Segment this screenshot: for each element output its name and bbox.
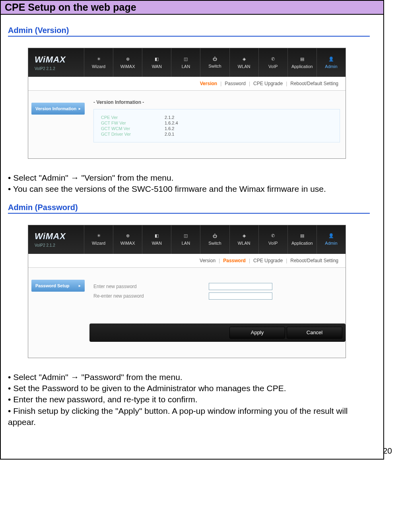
subnav-cpe-upgrade[interactable]: CPE Upgrade [252, 81, 284, 86]
group-title-version: Version Information [93, 99, 340, 105]
logo-subtext: VoIP2 2.1.2 [35, 243, 84, 247]
nav-tab-application[interactable]: ▤Application [287, 225, 317, 254]
user-icon: 👤 [328, 233, 334, 238]
page-banner: CPE Setup on the web page [0, 0, 384, 15]
subnav-cpe-upgrade[interactable]: CPE Upgrade [252, 258, 284, 263]
info-row-gct-fw: GCT FW Ver1.6.2.4 [101, 121, 332, 125]
subnav-password[interactable]: Password [223, 81, 247, 86]
phone-icon: ✆ [271, 233, 275, 238]
page-number: 20 [383, 446, 392, 456]
nav-tab-wimax[interactable]: ⊕WiMAX [113, 48, 142, 77]
nav-tab-wlan[interactable]: ◈WLAN [229, 48, 258, 77]
nav-tab-wan[interactable]: ◧WAN [142, 48, 171, 77]
chevron-right-icon: ▸ [79, 284, 81, 288]
nav-tab-wlan[interactable]: ◈WLAN [229, 225, 258, 254]
info-row-cpe-ver: CPE Ver2.1.2 [101, 115, 332, 120]
sidebar-password-setup[interactable]: Password Setup ▸ [31, 280, 85, 292]
nav-tab-wimax[interactable]: ⊕WiMAX [113, 225, 142, 254]
logo-text: WiMAX [35, 55, 84, 65]
nav-tab-wizard[interactable]: ✳Wizard [84, 48, 113, 77]
label-new-password: Enter new password [93, 284, 209, 289]
user-icon: 👤 [328, 57, 334, 62]
apply-button[interactable]: Apply [229, 327, 285, 339]
globe-icon: ⊕ [126, 233, 130, 238]
phone-icon: ✆ [271, 57, 275, 62]
app-icon: ▤ [300, 233, 304, 238]
info-row-gct-driver: GCT Driver Ver2.0.1 [101, 132, 332, 136]
nav-tab-application[interactable]: ▤Application [287, 48, 317, 77]
nav-tab-voip[interactable]: ✆VoIP [258, 225, 287, 254]
sidebar-version-info[interactable]: Version Information ▸ [31, 103, 85, 115]
version-bullets: • Select "Admin" → "Version" from the me… [8, 172, 376, 195]
info-row-gct-wcm: GCT WCM Ver1.6.2 [101, 126, 332, 131]
nav-tab-wan[interactable]: ◧WAN [142, 225, 171, 254]
wand-icon: ✳ [97, 233, 101, 238]
wan-icon: ◧ [155, 57, 159, 62]
nav-tab-wizard[interactable]: ✳Wizard [84, 225, 113, 254]
subnav-version[interactable]: Version [198, 258, 217, 263]
lan-icon: ◫ [184, 233, 188, 238]
chevron-right-icon: ▸ [79, 107, 81, 111]
wifi-icon: ◈ [243, 233, 246, 238]
logo-text: WiMAX [35, 231, 84, 242]
nav-tab-voip[interactable]: ✆VoIP [258, 48, 287, 77]
nav-tab-admin[interactable]: 👤Admin [317, 48, 346, 77]
wand-icon: ✳ [97, 57, 101, 62]
section-rule [8, 36, 370, 37]
label-reenter-password: Re-enter new password [93, 293, 209, 299]
password-bullets: • Select "Admin" → "Password" from the m… [8, 372, 376, 428]
nav-tab-switch[interactable]: ⏻Switch [200, 48, 229, 77]
section-heading-version: Admin (Version) [8, 26, 376, 35]
nav-tab-lan[interactable]: ◫LAN [171, 225, 200, 254]
reenter-password-input[interactable] [209, 292, 272, 300]
screenshot-version: WiMAX VoIP2 2.1.2 ✳Wizard ⊕WiMAX ◧WAN ◫L… [28, 48, 346, 159]
subnav-version[interactable]: Version [198, 81, 219, 86]
logo-subtext: VoIP2 2.1.2 [35, 66, 84, 71]
cancel-button[interactable]: Cancel [287, 327, 342, 339]
lan-icon: ◫ [184, 57, 188, 62]
screenshot-password: WiMAX VoIP2 2.1.2 ✳Wizard ⊕WiMAX ◧WAN ◫L… [28, 225, 346, 358]
nav-tab-lan[interactable]: ◫LAN [171, 48, 200, 77]
subnav-password[interactable]: Password [221, 258, 247, 263]
wan-icon: ◧ [155, 233, 159, 238]
subnav-reboot[interactable]: Reboot/Default Setting [289, 81, 340, 86]
power-icon: ⏻ [213, 57, 217, 61]
section-heading-password: Admin (Password) [8, 203, 376, 212]
section-rule [8, 213, 370, 214]
power-icon: ⏻ [213, 234, 217, 238]
subnav-reboot[interactable]: Reboot/Default Setting [289, 258, 340, 263]
nav-tab-switch[interactable]: ⏻Switch [200, 225, 229, 254]
app-icon: ▤ [300, 57, 304, 62]
new-password-input[interactable] [209, 283, 272, 290]
wifi-icon: ◈ [243, 57, 246, 62]
globe-icon: ⊕ [126, 57, 130, 62]
nav-tab-admin[interactable]: 👤Admin [317, 225, 346, 254]
